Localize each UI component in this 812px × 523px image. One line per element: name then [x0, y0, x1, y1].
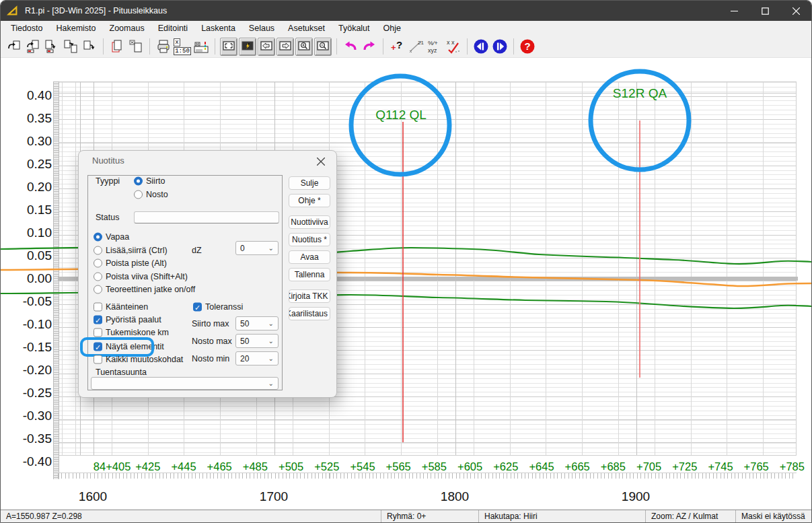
y-axis-label: -0.15 [1, 340, 52, 355]
poista-viiva-label[interactable]: Poista viiva (Shift+Alt) [106, 272, 188, 281]
scale-icon[interactable]: x1:50 [174, 38, 191, 56]
tallenna-button[interactable]: Tallenna [289, 268, 330, 281]
dialog-title: Nuotitus [92, 155, 124, 166]
pyorista-paalut-label[interactable]: Pyöristä paalut [106, 315, 161, 324]
status-field[interactable] [134, 211, 279, 223]
dz-combo[interactable]: 0⌄ [235, 241, 279, 255]
tukemiskone-label[interactable]: Tukemiskone km [106, 328, 169, 337]
sulje-button[interactable]: Sulje [289, 176, 330, 190]
copy-pages-icon[interactable] [108, 38, 126, 56]
svg-text:?: ? [524, 40, 530, 52]
nosto-radio[interactable] [134, 190, 143, 199]
menu-item[interactable]: Ohje [377, 22, 408, 35]
kaanteinen-checkbox[interactable] [94, 303, 102, 312]
write-file-format-icon[interactable] [43, 38, 61, 56]
vapaa-label[interactable]: Vapaa [106, 232, 129, 242]
y-axis-label: 0.20 [1, 180, 52, 195]
kaarilistaus-button[interactable]: Kaarilistaus * [289, 307, 330, 320]
print-icon[interactable] [155, 38, 172, 56]
status-position: A=1550.987 Z=0.298 [1, 510, 381, 522]
menu-item[interactable]: Selaus [242, 22, 281, 35]
menu-item[interactable]: Editointi [151, 22, 194, 35]
menu-item[interactable]: Laskenta [194, 22, 242, 35]
toleranssi-label[interactable]: Toleranssi [205, 302, 243, 312]
poista-viiva-radio[interactable] [94, 273, 102, 281]
toleranssi-checkbox[interactable]: ✓ [193, 303, 202, 312]
poista-piste-radio[interactable] [94, 259, 102, 268]
profile-view[interactable]: Q112 QL S12R QA 0.400.350.300.250.200.15… [1, 58, 812, 511]
nuotitus-button[interactable]: Nuotitus * [289, 233, 330, 246]
coordinate-calc-icon[interactable]: %⁄+xyz [426, 38, 443, 56]
nuotitus-dialog: Nuotitus Tyyppi Siirto Nosto Status Vapa… [78, 150, 337, 398]
tukemiskone-checkbox[interactable] [94, 328, 102, 337]
nosto-max-combo[interactable]: 50⌄ [235, 334, 279, 348]
teoreettinen-label[interactable]: Teoreettinen jatke on/off [106, 285, 195, 294]
station-label: +445 [171, 460, 196, 473]
redraw-icon[interactable] [239, 38, 256, 56]
menu-item[interactable]: Asetukset [281, 22, 332, 35]
zoom-out-icon[interactable] [314, 38, 332, 56]
pyorista-paalut-checkbox[interactable]: ✓ [94, 316, 102, 324]
nosto-label[interactable]: Nosto [146, 190, 168, 199]
station-label: 84+405 [94, 460, 131, 473]
station-label: +605 [457, 460, 482, 473]
app-window: R1.pi - [3D-Win 2025] - Pituusleikkaus T… [0, 0, 812, 523]
status-bar: A=1550.987 Z=0.298 Ryhmä: 0+ Hakutapa: H… [1, 510, 811, 522]
chevron-down-icon: ⌄ [268, 244, 274, 252]
copy-file-icon[interactable] [62, 38, 79, 56]
minimize-button[interactable] [718, 1, 749, 21]
maximize-button[interactable] [749, 1, 780, 21]
y-axis-label: -0.35 [1, 431, 52, 446]
nuottiviiva-button[interactable]: Nuottiviiva [289, 215, 330, 229]
siirto-max-label: Siirto max [192, 319, 229, 328]
menu-item[interactable]: Hakemisto [49, 22, 102, 35]
kaikki-muutoskohdat-label[interactable]: Kaikki muutoskohdat [106, 355, 183, 364]
nosto-min-label: Nosto min [192, 354, 229, 363]
step-next-icon[interactable] [491, 38, 509, 56]
lisaa-siirra-label[interactable]: Lisää,siirrä (Ctrl) [106, 246, 168, 255]
close-button[interactable] [780, 1, 811, 21]
new-page-icon[interactable] [127, 38, 145, 56]
menu-item[interactable]: Zoomaus [103, 22, 151, 35]
read-file-format-icon[interactable] [24, 38, 42, 56]
siirto-label[interactable]: Siirto [146, 176, 165, 186]
dz-label: dZ [192, 246, 202, 255]
poista-piste-label[interactable]: Poista piste (Alt) [106, 258, 167, 268]
kaikki-muutoskohdat-checkbox[interactable] [94, 355, 102, 364]
x-axis-label: 1900 [622, 489, 650, 504]
redo-icon[interactable] [361, 38, 378, 56]
read-file-icon[interactable] [5, 38, 23, 56]
tuentasuunta-combo[interactable]: ⌄ [91, 377, 279, 390]
point-query-icon[interactable]: +? [388, 38, 406, 56]
siirto-radio[interactable] [134, 177, 143, 186]
menu-item[interactable]: Tiedosto [4, 22, 49, 35]
teoreettinen-radio[interactable] [94, 285, 102, 294]
sheet-settings-icon[interactable] [192, 38, 210, 56]
y-axis-label: -0.10 [1, 317, 52, 332]
undo-icon[interactable] [342, 38, 359, 56]
check-points-icon[interactable]: x x [445, 38, 462, 56]
menu-item[interactable]: Työkalut [332, 22, 377, 35]
x-axis-label: 1800 [441, 489, 469, 504]
station-label: +525 [314, 460, 339, 473]
zoom-all-icon[interactable] [220, 38, 237, 56]
y-axis-label: 0.40 [1, 88, 52, 103]
kaanteinen-label[interactable]: Käänteinen [106, 302, 148, 312]
help-icon[interactable]: ? [519, 38, 536, 56]
lisaa-siirra-radio[interactable] [94, 246, 102, 255]
siirto-max-combo[interactable]: 50⌄ [235, 316, 279, 330]
station-label: +705 [636, 460, 661, 473]
ohje-button[interactable]: Ohje * [289, 194, 330, 207]
zoom-previous-icon[interactable] [258, 38, 275, 56]
zoom-in-icon[interactable] [295, 38, 313, 56]
zoom-next-icon[interactable] [276, 38, 294, 56]
write-file-icon[interactable] [81, 38, 98, 56]
vapaa-radio[interactable] [94, 233, 102, 242]
avaa-button[interactable]: Avaa [289, 250, 330, 264]
step-previous-icon[interactable] [472, 38, 490, 56]
measure-distance-icon[interactable]: 21 [407, 38, 425, 56]
nosto-min-combo[interactable]: 20⌄ [235, 351, 279, 365]
dialog-close-icon[interactable] [313, 154, 328, 169]
kirjoita-tkk-button[interactable]: Kirjoita TKK * [289, 289, 330, 303]
y-axis-label: 0.05 [1, 248, 52, 263]
